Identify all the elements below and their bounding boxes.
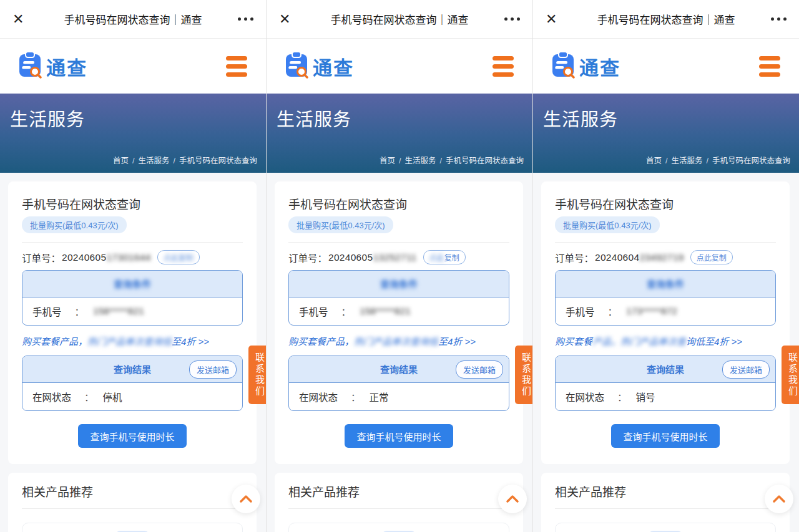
query-condition-box: 查询条件 手机号 ： 158*****821 <box>288 270 509 326</box>
hamburger-menu-icon[interactable] <box>759 56 780 77</box>
order-number-row: 订单号： 2024060423492719 点此复制 <box>555 250 776 264</box>
send-email-button[interactable]: 发送邮箱 <box>189 360 237 379</box>
back-to-top-button[interactable] <box>765 485 793 513</box>
network-status-row: 在网状态 ： 停机 <box>22 383 242 410</box>
banner-title: 生活服务 <box>10 105 256 131</box>
phone-number-row: 手机号 ： 173*****872 <box>556 297 775 325</box>
divider <box>22 242 243 243</box>
status-label: 在网状态 <box>299 390 338 404</box>
brand-logo[interactable]: 通查 <box>284 51 354 81</box>
divider <box>22 508 243 509</box>
brand-name: 通查 <box>579 52 620 80</box>
order-number-label: 订单号： <box>288 251 327 264</box>
phone-value: 173*****872 <box>626 306 677 317</box>
copy-order-button[interactable]: 点此复制 <box>690 250 733 264</box>
query-result-title: 查询结果 <box>380 364 418 375</box>
related-product-item[interactable] <box>555 523 776 532</box>
brand-logo[interactable]: 通查 <box>551 51 620 81</box>
contact-us-tab[interactable]: 联系我们 <box>248 346 266 404</box>
browser-tab-title: 手机号码在网状态查询｜通查 <box>64 11 202 27</box>
clipboard-search-icon <box>551 51 576 81</box>
copy-order-button[interactable]: 点此复制 <box>423 250 466 264</box>
banner-title: 生活服务 <box>277 105 522 131</box>
contact-us-tab[interactable]: 联系我们 <box>515 346 532 404</box>
copy-order-button[interactable]: 点此复制 <box>157 250 200 264</box>
brand-name: 通查 <box>313 52 354 80</box>
chevron-up-icon <box>240 495 252 503</box>
bulk-purchase-badge[interactable]: 批量购买(最低0.43元/次) <box>555 216 660 233</box>
query-result-header: 查询结果 发送邮箱 <box>22 356 242 383</box>
breadcrumb-category-link[interactable]: 生活服务 <box>138 157 169 165</box>
status-label: 在网状态 <box>566 390 604 404</box>
related-products-card: 相关产品推荐 <box>541 473 790 532</box>
back-to-top-button[interactable] <box>498 485 527 513</box>
more-menu-icon[interactable] <box>504 17 520 21</box>
bulk-purchase-badge[interactable]: 批量购买(最低0.43元/次) <box>22 216 127 233</box>
related-product-item[interactable] <box>288 523 509 532</box>
site-header: 通查 <box>0 39 266 94</box>
query-usage-duration-button[interactable]: 查询手机号使用时长 <box>345 424 453 448</box>
card-title: 手机号码在网状态查询 <box>288 195 509 212</box>
order-number-label: 订单号： <box>555 251 594 264</box>
phone-label: 手机号 <box>299 304 328 318</box>
query-usage-duration-button[interactable]: 查询手机号使用时长 <box>611 424 719 448</box>
hamburger-menu-icon[interactable] <box>493 56 514 77</box>
breadcrumb: 首页/生活服务/手机号码在网状态查询 <box>113 154 257 166</box>
chevron-up-icon <box>506 495 519 503</box>
bulk-purchase-badge[interactable]: 批量购买(最低0.43元/次) <box>288 216 393 233</box>
query-result-header: 查询结果 发送邮箱 <box>556 356 775 383</box>
close-icon[interactable]: ✕ <box>546 12 557 26</box>
package-promo-link[interactable]: 购买套餐产品，热门产品单次查询低至4折 >> <box>288 334 509 347</box>
order-number-value: 2024060513252711 <box>328 252 417 263</box>
close-icon[interactable]: ✕ <box>279 12 290 26</box>
query-condition-box: 查询条件 手机号 ： 158*****821 <box>22 270 243 326</box>
breadcrumb-category-link[interactable]: 生活服务 <box>671 157 702 165</box>
query-result-box: 查询结果 发送邮箱 在网状态 ： 销号 <box>555 355 776 411</box>
status-value: 停机 <box>103 390 122 404</box>
contact-us-tab[interactable]: 联系我们 <box>782 346 799 404</box>
three-phone-screenshots-row: ✕ 手机号码在网状态查询｜通查 通查 <box>0 0 799 532</box>
divider <box>555 508 776 509</box>
phone-number-row: 手机号 ： 158*****821 <box>289 297 509 325</box>
card-title: 手机号码在网状态查询 <box>555 195 776 212</box>
divider <box>555 242 776 243</box>
order-number-value: 2024060517301644 <box>62 252 151 263</box>
back-to-top-button[interactable] <box>232 485 260 513</box>
query-result-box: 查询结果 发送邮箱 在网状态 ： 正常 <box>288 355 509 411</box>
status-value: 销号 <box>636 390 655 404</box>
query-usage-duration-button[interactable]: 查询手机号使用时长 <box>78 424 186 448</box>
status-label: 在网状态 <box>32 390 71 404</box>
related-products-title: 相关产品推荐 <box>555 483 776 500</box>
more-menu-icon[interactable] <box>238 17 253 21</box>
related-products-card: 相关产品推荐 <box>275 473 523 532</box>
breadcrumb-category-link[interactable]: 生活服务 <box>404 157 436 165</box>
send-email-button[interactable]: 发送邮箱 <box>456 360 503 379</box>
breadcrumb-current: 手机号码在网状态查询 <box>446 157 524 165</box>
site-header: 通查 <box>267 39 532 94</box>
hamburger-menu-icon[interactable] <box>226 56 247 77</box>
close-icon[interactable]: ✕ <box>12 12 24 26</box>
related-products-title: 相关产品推荐 <box>288 483 509 500</box>
clipboard-search-icon <box>284 51 309 81</box>
card-title: 手机号码在网状态查询 <box>22 195 243 212</box>
breadcrumb-current: 手机号码在网状态查询 <box>179 157 257 165</box>
query-result-title: 查询结果 <box>114 364 151 375</box>
network-status-row: 在网状态 ： 销号 <box>556 383 775 410</box>
brand-logo[interactable]: 通查 <box>17 51 87 81</box>
breadcrumb-home-link[interactable]: 首页 <box>113 157 129 165</box>
banner-title: 生活服务 <box>543 105 789 131</box>
package-promo-link[interactable]: 购买套餐产品，热门产品单次查询低至4折 >> <box>22 334 243 347</box>
send-email-button[interactable]: 发送邮箱 <box>722 360 770 379</box>
brand-name: 通查 <box>46 52 87 80</box>
phone-screenshot-panel: ✕ 手机号码在网状态查询｜通查 通查 <box>0 0 266 532</box>
order-number-row: 订单号： 2024060513252711 点此复制 <box>288 250 509 264</box>
package-promo-link[interactable]: 购买套餐产品，热门产品单次查询低至4折 >> <box>555 334 776 347</box>
breadcrumb-home-link[interactable]: 首页 <box>646 157 662 165</box>
related-product-item[interactable] <box>22 523 243 532</box>
phone-value: 158*****821 <box>360 306 411 317</box>
status-value: 正常 <box>370 390 389 404</box>
related-products-title: 相关产品推荐 <box>22 483 243 500</box>
browser-tab-title: 手机号码在网状态查询｜通查 <box>331 11 469 27</box>
more-menu-icon[interactable] <box>771 17 787 21</box>
breadcrumb-home-link[interactable]: 首页 <box>380 157 395 165</box>
